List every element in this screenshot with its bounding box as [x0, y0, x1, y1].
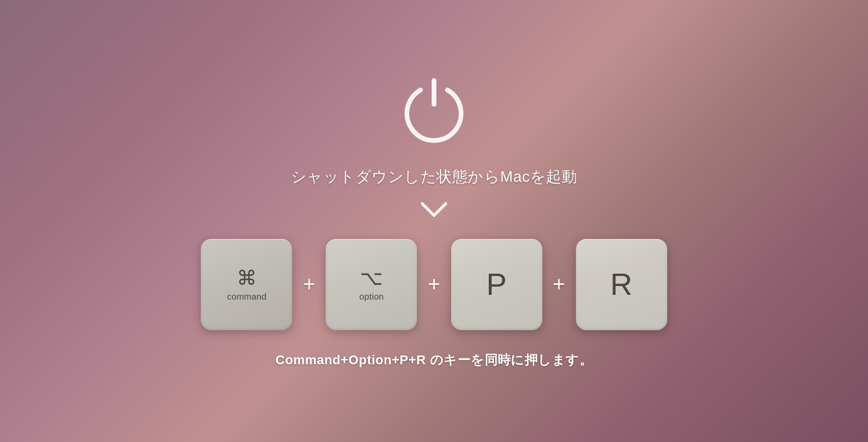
chevron-wrapper: [421, 201, 447, 220]
keys-row: ⌘ command + ⌥ option + P + R: [201, 239, 667, 330]
plus-1: +: [303, 272, 315, 297]
power-icon: [396, 74, 472, 150]
page-title: シャットダウンした状態からMacを起動: [291, 167, 578, 187]
power-icon-wrapper: [396, 74, 472, 152]
r-letter: R: [610, 269, 632, 300]
key-command: ⌘ command: [201, 239, 292, 330]
chevron-down-icon: [421, 201, 447, 218]
p-letter: P: [486, 269, 507, 300]
command-label: command: [227, 291, 266, 301]
option-label: option: [359, 291, 384, 301]
command-symbol: ⌘: [237, 268, 257, 288]
plus-3: +: [553, 272, 565, 297]
key-option: ⌥ option: [326, 239, 417, 330]
key-p: P: [451, 239, 542, 330]
instruction-text: Command+Option+P+R のキーを同時に押します。: [276, 351, 592, 369]
main-container: シャットダウンした状態からMacを起動 ⌘ command + ⌥ option…: [201, 74, 667, 369]
plus-2: +: [428, 272, 440, 297]
option-symbol: ⌥: [360, 268, 383, 288]
key-r: R: [576, 239, 667, 330]
